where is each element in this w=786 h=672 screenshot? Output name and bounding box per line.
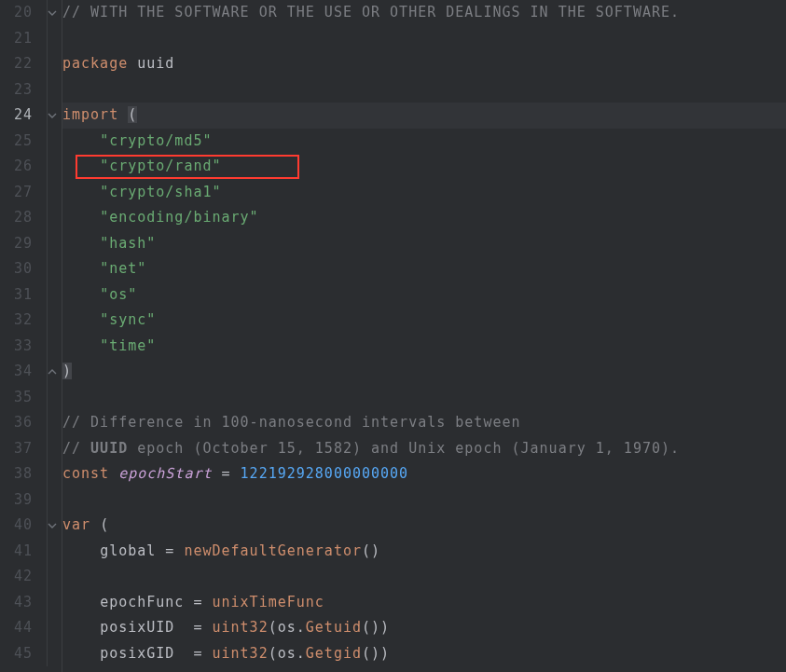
line-number: 27: [0, 180, 33, 206]
code-line[interactable]: "time": [62, 334, 786, 360]
code-token: unixTimeFunc: [213, 594, 324, 610]
code-line[interactable]: package uuid: [62, 51, 786, 77]
code-line[interactable]: [62, 77, 786, 103]
fold-cell: [42, 180, 62, 206]
code-token: (: [100, 516, 109, 533]
line-number: 42: [0, 564, 33, 590]
code-line[interactable]: "sync": [62, 308, 786, 334]
code-token: uuid: [137, 55, 174, 72]
line-number: 38: [0, 461, 33, 487]
code-token: Getuid: [306, 619, 362, 636]
fold-cell: [42, 0, 62, 26]
code-area[interactable]: // WITH THE SOFTWARE OR THE USE OR OTHER…: [62, 0, 786, 672]
code-line[interactable]: const epochStart = 122192928000000000: [62, 461, 786, 487]
code-line[interactable]: "os": [62, 282, 786, 309]
line-number: 30: [0, 256, 33, 282]
code-line[interactable]: var (: [62, 513, 786, 539]
code-line[interactable]: [62, 487, 786, 514]
code-token: os: [278, 619, 296, 636]
line-number-gutter: 2021222324252627282930313233343536373839…: [0, 0, 42, 672]
code-token: os: [278, 645, 296, 662]
line-number: 34: [0, 359, 33, 385]
line-number: 22: [0, 51, 33, 77]
code-line[interactable]: posixGID = uint32(os.Getgid()): [62, 641, 786, 667]
fold-cell: [42, 103, 62, 129]
line-number: 20: [0, 0, 33, 26]
line-number: 43: [0, 590, 33, 616]
fold-cell: [42, 615, 62, 641]
fold-cell: [42, 359, 62, 385]
code-token: package: [62, 55, 137, 72]
code-token: .: [296, 619, 306, 636]
line-number: 36: [0, 410, 33, 436]
code-token: var: [62, 516, 100, 533]
fold-cell: [42, 205, 62, 231]
fold-open-icon[interactable]: [47, 110, 58, 121]
code-token: global =: [100, 542, 184, 559]
fold-cell: [42, 410, 62, 436]
code-token: //: [62, 440, 90, 457]
fold-close-icon[interactable]: [47, 366, 58, 377]
code-line[interactable]: "crypto/md5": [62, 129, 786, 155]
code-token: .: [296, 645, 306, 662]
fold-cell: [42, 385, 62, 411]
line-number: 24: [0, 103, 33, 129]
line-number: 31: [0, 282, 33, 309]
code-line[interactable]: "encoding/binary": [62, 205, 786, 231]
code-line[interactable]: [62, 26, 786, 52]
fold-cell: [42, 77, 62, 103]
fold-cell: [42, 436, 62, 462]
code-line[interactable]: posixUID = uint32(os.Getuid()): [62, 615, 786, 641]
fold-column[interactable]: [42, 0, 62, 672]
code-token: const: [62, 465, 118, 482]
fold-cell: [42, 256, 62, 282]
code-token: =: [213, 465, 241, 482]
fold-cell: [42, 513, 62, 539]
code-line[interactable]: "hash": [62, 231, 786, 257]
fold-open-icon[interactable]: [47, 520, 58, 531]
code-token: "encoding/binary": [100, 209, 259, 226]
line-number: 37: [0, 436, 33, 462]
code-token: "crypto/rand": [100, 158, 221, 174]
fold-cell: [42, 539, 62, 565]
code-line[interactable]: ): [62, 359, 786, 385]
fold-cell: [42, 282, 62, 309]
code-line[interactable]: epochFunc = unixTimeFunc: [62, 590, 786, 616]
code-token: epochStart: [118, 465, 212, 482]
fold-cell: [42, 590, 62, 616]
code-line[interactable]: [62, 564, 786, 590]
code-line[interactable]: // Difference in 100-nanosecond interval…: [62, 410, 786, 436]
code-token: epochFunc =: [100, 594, 212, 610]
code-line[interactable]: "crypto/sha1": [62, 180, 786, 206]
fold-cell: [42, 308, 62, 334]
code-token: (: [269, 645, 278, 662]
code-token: uint32: [213, 645, 269, 662]
line-number: 32: [0, 308, 33, 334]
code-token: // Difference in 100-nanosecond interval…: [62, 414, 521, 431]
code-token: newDefaultGenerator: [184, 542, 362, 559]
code-token: ): [62, 363, 72, 379]
code-line[interactable]: global = newDefaultGenerator(): [62, 539, 786, 565]
code-line[interactable]: // UUID epoch (October 15, 1582) and Uni…: [62, 436, 786, 462]
fold-cell: [42, 641, 62, 667]
code-line[interactable]: import (: [62, 103, 786, 129]
code-line[interactable]: "crypto/rand": [62, 154, 786, 180]
line-number: 33: [0, 334, 33, 360]
fold-cell: [42, 129, 62, 155]
code-line[interactable]: [62, 385, 786, 411]
code-token: Getgid: [306, 645, 362, 662]
code-token: "net": [100, 260, 146, 277]
code-editor[interactable]: 2021222324252627282930313233343536373839…: [0, 0, 786, 672]
code-token: epoch (October 15, 1582) and Unix epoch …: [128, 440, 680, 457]
fold-open-icon[interactable]: [47, 7, 58, 19]
code-token: "os": [100, 286, 137, 303]
line-number: 21: [0, 26, 33, 52]
line-number: 25: [0, 129, 33, 155]
code-line[interactable]: // WITH THE SOFTWARE OR THE USE OR OTHER…: [62, 0, 786, 26]
code-token: ()): [362, 619, 390, 636]
line-number: 28: [0, 205, 33, 231]
code-token: uint32: [213, 619, 269, 636]
fold-cell: [42, 154, 62, 180]
code-line[interactable]: "net": [62, 256, 786, 282]
line-number: 35: [0, 385, 33, 411]
